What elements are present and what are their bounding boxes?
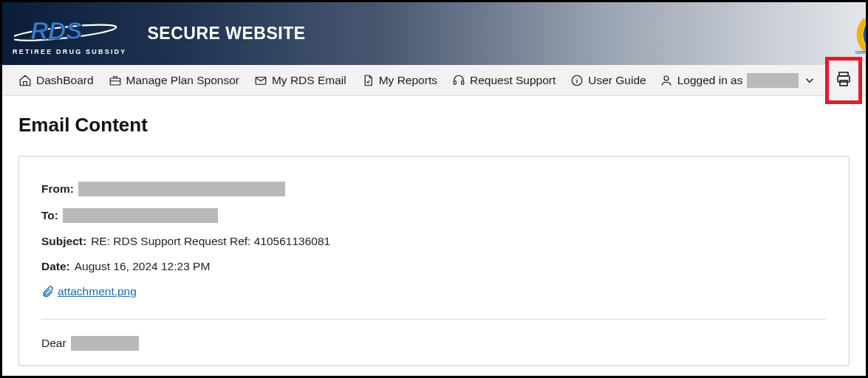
rds-logo-icon: RDS [14,13,125,49]
email-from-row: From: [41,182,827,196]
nav-request-support-label: Request Support [470,74,556,87]
email-attachment-row: attachment.png [41,285,827,298]
svg-rect-11 [840,80,847,86]
nav-user-guide[interactable]: User Guide [563,69,653,92]
to-value-redacted [63,208,218,223]
date-label: Date: [41,260,70,273]
recipient-name-redacted [71,336,139,351]
svg-rect-5 [454,80,456,84]
svg-rect-3 [110,78,120,85]
home-icon [18,74,32,87]
divider [41,319,827,320]
file-icon [361,74,375,87]
headset-icon [452,74,465,87]
nav-request-support[interactable]: Request Support [445,69,563,92]
attachment-link[interactable]: attachment.png [58,285,137,298]
logged-in-user[interactable]: Logged in as [654,69,823,92]
header-banner: RDS RETIREE DRUG SUBSIDY SECURE WEBSITE … [2,2,866,65]
nav-my-rds-email[interactable]: My RDS Email [247,69,354,92]
nav-bar: DashBoard Manage Plan Sponsor My RDS Ema… [2,65,866,96]
chevron-down-icon [803,74,816,87]
site-title: SECURE WEBSITE [148,24,306,44]
print-button[interactable] [835,70,852,91]
nav-my-reports-label: My Reports [379,74,437,87]
email-card: From: To: Subject: RE: RDS Support Reque… [18,156,850,366]
print-button-highlight [825,57,862,104]
nav-manage-plan-sponsor-label: Manage Plan Sponsor [126,74,239,87]
page-title: Email Content [18,114,850,137]
svg-text:CENTERS: CENTERS [855,50,868,55]
rds-logo: RDS RETIREE DRUG SUBSIDY [13,13,127,55]
from-value-redacted [78,182,285,196]
nav-user-guide-label: User Guide [588,74,646,87]
logo-block: RDS RETIREE DRUG SUBSIDY SECURE WEBSITE [13,13,306,55]
mail-icon [254,74,267,87]
svg-text:RDS: RDS [31,17,83,44]
printer-icon [835,70,852,88]
nav-date-partial: August [864,74,868,87]
svg-rect-6 [462,80,464,84]
from-label: From: [41,182,74,196]
info-icon [570,74,584,87]
briefcase-icon [109,74,122,87]
subject-value: RE: RDS Support Request Ref: 41056113608… [91,235,330,248]
username-redacted [747,73,799,88]
logged-in-label: Logged in as [677,74,743,87]
person-icon [660,74,673,87]
logo-tagline: RETIREE DRUG SUBSIDY [13,48,127,55]
nav-my-reports[interactable]: My Reports [354,69,445,92]
email-body-greeting: Dear [41,336,827,351]
to-label: To: [41,209,58,222]
nav-dashboard[interactable]: DashBoard [11,69,101,92]
nav-dashboard-label: DashBoard [36,74,94,87]
nav-manage-plan-sponsor[interactable]: Manage Plan Sponsor [101,69,247,92]
email-to-row: To: [41,208,827,223]
main-content: Email Content From: To: Subject: RE: RDS… [2,96,866,366]
date-value: August 16, 2024 12:23 PM [75,260,211,273]
nav-my-rds-email-label: My RDS Email [272,74,346,87]
paperclip-icon [41,285,55,298]
greeting-text: Dear [41,337,66,350]
svg-point-8 [664,76,669,80]
cms-logo: CENTERS [829,13,868,60]
email-date-row: Date: August 16, 2024 12:23 PM [41,260,827,273]
subject-label: Subject: [41,235,86,248]
email-subject-row: Subject: RE: RDS Support Request Ref: 41… [41,235,827,248]
